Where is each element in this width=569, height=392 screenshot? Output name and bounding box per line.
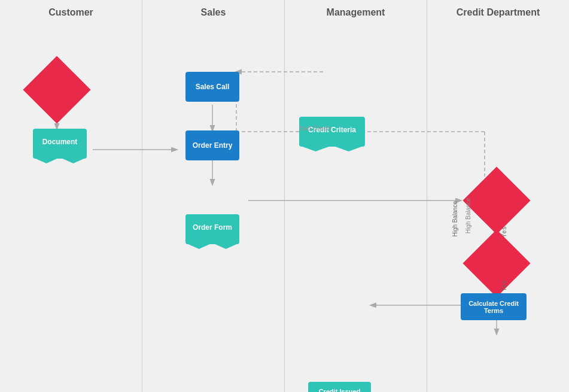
lane-customer: Customer (0, 0, 142, 392)
review-accounts-wrapper: Review Accounts Receivable Balance (473, 239, 521, 287)
document-shape: Document (33, 129, 87, 159)
lane-customer-header: Customer (0, 0, 142, 23)
sales-call-label: Sales Call (196, 83, 230, 91)
lane-management: Management (285, 0, 427, 392)
bad-credit-label: Bad Credit (299, 124, 330, 132)
order-entry-label: Order Entry (193, 141, 233, 150)
lane-credit-header: Credit Department (427, 0, 569, 23)
order-form-shape: Order Form (185, 214, 239, 244)
calculate-credit-label: Calculate Credit Terms (461, 300, 527, 314)
high-balance-text: High Balance (465, 198, 471, 233)
order-entry-shape: Order Entry (185, 130, 239, 160)
document-label: Document (42, 138, 78, 146)
sales-call-shape: Sales Call (185, 72, 239, 102)
diagram-container: Customer Sales Management Credit Departm… (0, 0, 569, 392)
credit-issued-shape: Credit Issued Report (308, 382, 371, 392)
order-form-label: Order Form (193, 223, 232, 232)
lane-sales-header: Sales (142, 0, 284, 23)
yes2-label: Yes (501, 276, 507, 291)
lane-sales: Sales (142, 0, 285, 392)
lane-management-header: Management (285, 0, 427, 23)
credit-criteria-shape: Credit Criteria (299, 117, 365, 147)
calculate-credit-shape: Calculate Credit Terms (461, 293, 527, 320)
credit-issued-label: Credit Issued Report (308, 388, 371, 392)
credit-check-wrapper: Credit Check (473, 177, 521, 224)
high-balance-label: High Balance (452, 201, 458, 236)
buy-product-wrapper: Buy Product (33, 66, 81, 114)
